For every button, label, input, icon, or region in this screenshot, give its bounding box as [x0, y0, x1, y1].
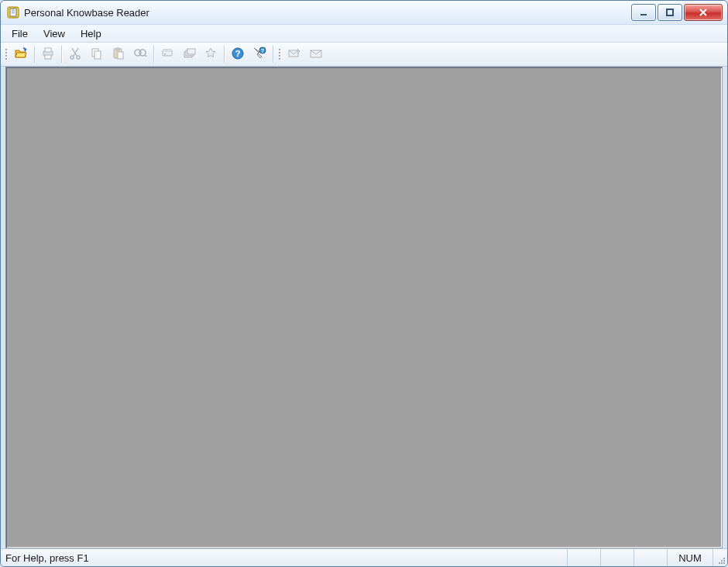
star-button[interactable] — [200, 43, 221, 65]
status-cell-2 — [600, 549, 634, 566]
envelope-icon — [309, 46, 323, 63]
menubar: File View Help — [1, 24, 727, 43]
toolbar: ? ? — [1, 43, 727, 67]
svg-line-19 — [145, 55, 146, 57]
paste-icon — [112, 46, 125, 63]
statusbar: For Help, press F1 NUM — [1, 548, 727, 566]
context-help-button[interactable]: ? — [249, 43, 270, 65]
svg-point-18 — [139, 50, 146, 56]
copy-button[interactable] — [86, 43, 108, 65]
toolbar-separator — [224, 46, 225, 63]
print-button[interactable] — [37, 43, 59, 65]
print-icon — [41, 46, 55, 63]
find-button[interactable] — [129, 43, 151, 65]
svg-point-10 — [70, 56, 74, 59]
svg-rect-13 — [94, 51, 101, 59]
tag-icon — [160, 46, 174, 63]
help-button[interactable]: ? — [227, 43, 249, 65]
svg-point-22 — [164, 53, 166, 55]
paste-button[interactable] — [108, 43, 129, 65]
cut-button[interactable] — [64, 43, 86, 65]
mail-icon — [287, 46, 301, 63]
star-icon — [204, 46, 218, 63]
context-help-icon: ? — [252, 46, 266, 63]
toolbar-separator — [273, 46, 273, 63]
status-cell-1 — [567, 549, 600, 566]
copy-icon — [90, 46, 104, 63]
menu-view[interactable]: View — [36, 25, 73, 42]
svg-text:?: ? — [235, 49, 241, 58]
menu-help[interactable]: Help — [73, 25, 109, 42]
toolbar-separator — [61, 46, 62, 63]
svg-point-11 — [77, 56, 80, 59]
window-controls — [631, 4, 723, 21]
svg-rect-21 — [163, 50, 172, 52]
maximize-button[interactable] — [658, 4, 682, 21]
toolbar-separator — [34, 46, 35, 63]
toolbar-grip[interactable] — [4, 46, 9, 63]
svg-rect-16 — [118, 52, 123, 59]
resize-grip[interactable] — [713, 549, 727, 566]
app-window: Personal Knowbase Reader File View Help — [0, 0, 728, 567]
app-icon — [7, 6, 19, 19]
close-button[interactable] — [684, 4, 723, 21]
svg-rect-5 — [640, 14, 647, 15]
envelope-button[interactable] — [305, 43, 327, 65]
menu-file[interactable]: File — [4, 25, 36, 42]
stack-button[interactable] — [178, 43, 200, 65]
svg-rect-9 — [45, 55, 51, 59]
open-button[interactable] — [10, 43, 32, 65]
titlebar[interactable]: Personal Knowbase Reader — [1, 1, 727, 24]
open-icon — [14, 46, 28, 63]
status-numlock: NUM — [667, 549, 713, 566]
mdi-client-area — [5, 67, 723, 548]
svg-text:?: ? — [261, 48, 264, 53]
tag-button[interactable] — [156, 43, 178, 65]
find-icon — [133, 46, 147, 63]
svg-rect-25 — [187, 49, 195, 54]
svg-rect-6 — [667, 9, 673, 15]
window-title: Personal Knowbase Reader — [24, 7, 631, 19]
status-cell-3 — [634, 549, 667, 566]
status-hint: For Help, press F1 — [5, 549, 567, 566]
toolbar-grip[interactable] — [277, 46, 282, 63]
svg-rect-15 — [116, 48, 119, 50]
toolbar-separator — [153, 46, 154, 63]
minimize-button[interactable] — [631, 4, 656, 21]
stack-icon — [182, 46, 196, 63]
help-icon: ? — [231, 46, 245, 63]
cut-icon — [68, 46, 82, 63]
svg-rect-8 — [45, 48, 51, 52]
mail-button[interactable] — [283, 43, 305, 65]
